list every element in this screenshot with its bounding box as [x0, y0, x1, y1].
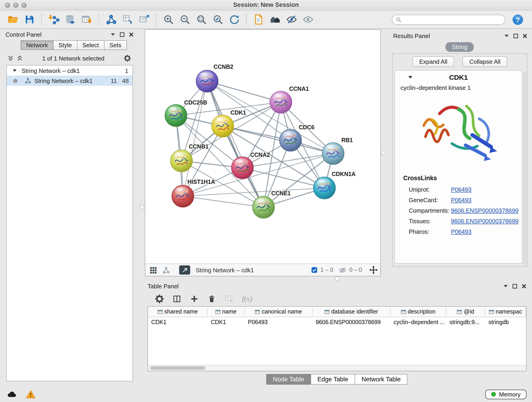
crosslink-link[interactable]: P06493 [451, 197, 472, 204]
horizontal-splitter-handle[interactable] [335, 276, 340, 281]
table-row[interactable]: CDK1CDK1P064939606.ENSP00000378699cyclin… [148, 317, 526, 327]
panel-float-icon[interactable] [120, 32, 125, 37]
open-session-button[interactable] [6, 12, 20, 27]
tab-network[interactable]: Network [21, 40, 53, 50]
collapse-all-tree-button[interactable] [17, 55, 23, 61]
hidden-eye-slash-icon[interactable] [339, 266, 346, 274]
pan-move-icon[interactable] [369, 266, 378, 274]
delete-column-icon[interactable] [207, 294, 216, 303]
table-cell[interactable]: stringdb [485, 317, 526, 327]
edge-RB1-HIST1H1A[interactable] [183, 153, 333, 196]
node-CDKN1A[interactable]: CDKN1A [313, 171, 355, 199]
warnings-button[interactable] [25, 389, 37, 400]
gene-disclosure-icon[interactable] [408, 75, 413, 80]
tab-network-table[interactable]: Network Table [355, 374, 408, 385]
node-CCNB1[interactable]: CCNB1 [171, 143, 209, 172]
table-cell[interactable]: CDK1 [208, 317, 245, 327]
node-CCNB2[interactable]: CCNB2 [196, 64, 233, 92]
delete-table-icon[interactable] [225, 294, 234, 303]
expand-all-tree-button[interactable] [7, 55, 14, 61]
table-horizontal-scrollbar[interactable] [148, 365, 526, 371]
tab-style[interactable]: Style [53, 40, 77, 50]
birds-eye-view-button[interactable] [148, 265, 158, 275]
network-graph[interactable]: CCNB2CCNA1CDC25BCDK1CDC6RB1CCNB1CCNA2CDK… [145, 30, 380, 263]
table-cell[interactable]: CDK1 [148, 317, 208, 327]
tree-disclosure-icon[interactable] [12, 68, 17, 73]
panel-collapse-icon[interactable] [503, 283, 508, 288]
zoom-selected-button[interactable] [210, 12, 225, 27]
new-network-button[interactable] [104, 12, 118, 27]
help-button[interactable]: ? [512, 13, 524, 26]
table-cell[interactable]: 9606.ENSP00000378699 [312, 317, 390, 327]
panel-close-icon[interactable] [522, 33, 527, 38]
clone-network-button[interactable] [120, 12, 135, 27]
node-CDC25B[interactable]: CDC25B [165, 99, 207, 127]
column-header--id[interactable]: @id [446, 307, 485, 317]
network-row[interactable]: String Network – cdk1 11 48 [7, 76, 133, 86]
share-network-button[interactable] [161, 265, 171, 275]
table-cell[interactable]: P06493 [245, 317, 312, 327]
cloud-status-button[interactable] [6, 389, 17, 400]
crosslink-link[interactable]: 9606.ENSP00000378699 [451, 207, 519, 214]
panel-float-icon[interactable] [512, 283, 517, 288]
table-options-gear-icon[interactable] [155, 294, 164, 303]
expand-all-button[interactable]: Expand All [412, 56, 454, 67]
crosslink-link[interactable]: 9606.ENSP00000378699 [451, 218, 519, 225]
edge-CDK1-RB1[interactable] [223, 126, 333, 153]
panel-float-icon[interactable] [513, 33, 518, 38]
column-header-shared-name[interactable]: shared name [148, 307, 208, 317]
zoom-out-button[interactable] [177, 12, 192, 27]
tab-edge-table[interactable]: Edge Table [310, 374, 355, 385]
show-columns-icon[interactable] [172, 294, 181, 303]
tab-node-table[interactable]: Node Table [266, 374, 311, 385]
zoom-in-button[interactable] [161, 12, 176, 27]
memory-button[interactable]: Memory [485, 389, 526, 399]
node-RB1[interactable]: RB1 [322, 137, 353, 165]
hide-selected-button[interactable] [284, 12, 299, 27]
column-header-canonical-name[interactable]: canonical name [245, 307, 312, 317]
import-network-file-button[interactable] [46, 12, 61, 27]
vertical-splitter-handle[interactable] [381, 150, 386, 155]
column-header-name[interactable]: name [208, 307, 245, 317]
add-column-icon[interactable] [190, 294, 199, 303]
refresh-view-button[interactable] [227, 12, 241, 27]
show-all-button[interactable] [301, 12, 315, 27]
table-cell[interactable]: stringdb:9... [446, 317, 485, 327]
node-HIST1H1A[interactable]: HIST1H1A [172, 179, 215, 207]
tab-sets[interactable]: Sets [104, 40, 127, 50]
home-view-button[interactable] [268, 12, 282, 27]
edge-CCNB2-CCNA1[interactable] [207, 81, 281, 102]
panel-collapse-icon[interactable] [110, 32, 115, 37]
left-splitter-handle[interactable] [140, 205, 144, 210]
network-options-gear-icon[interactable] [124, 55, 131, 62]
node-CCNA1[interactable]: CCNA1 [270, 85, 309, 113]
network-collection-row[interactable]: String Network – cdk1 1 [7, 65, 133, 76]
edge-CCNB2-CCNE1[interactable] [207, 81, 264, 207]
save-session-button[interactable] [22, 12, 37, 27]
panel-close-icon[interactable] [521, 283, 526, 288]
import-table-button[interactable] [79, 12, 94, 27]
node-CDK1[interactable]: CDK1 [212, 109, 246, 137]
open-in-new-window-button[interactable] [179, 265, 190, 274]
tab-select[interactable]: Select [77, 40, 104, 50]
column-header-database-identifier[interactable]: database identifier [312, 307, 390, 317]
search-input[interactable] [404, 16, 501, 23]
export-image-button[interactable] [137, 12, 151, 27]
crosslink-link[interactable]: P06493 [451, 186, 472, 193]
function-builder-button[interactable]: f(x) [242, 295, 252, 303]
column-header-description[interactable]: description [390, 307, 446, 317]
selected-checkbox-icon[interactable] [311, 267, 318, 273]
collapse-all-button[interactable]: Collapse All [462, 56, 507, 67]
edge-CCNE1-HIST1H1A[interactable] [183, 196, 264, 207]
node-CCNE1[interactable]: CCNE1 [253, 190, 291, 218]
results-scrollbar[interactable] [523, 72, 526, 264]
panel-close-icon[interactable] [129, 32, 134, 37]
annotations-button[interactable] [251, 12, 266, 27]
crosslink-link[interactable]: P06493 [451, 228, 472, 235]
zoom-fit-button[interactable] [194, 12, 209, 27]
column-header-namespac[interactable]: namespac [485, 307, 526, 317]
import-network-database-button[interactable] [63, 12, 77, 27]
results-tab-string[interactable]: String [445, 42, 474, 52]
table-cell[interactable]: cyclin–dependent ... [390, 317, 446, 327]
panel-collapse-icon[interactable] [504, 33, 509, 38]
